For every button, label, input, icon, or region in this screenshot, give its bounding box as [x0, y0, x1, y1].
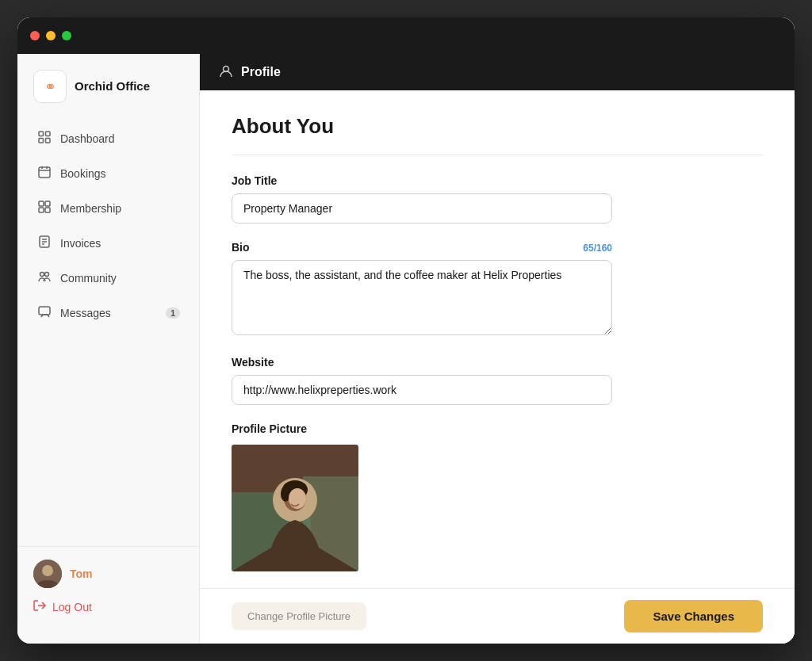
bio-label: Bio	[232, 241, 763, 254]
profile-picture-label: Profile Picture	[232, 422, 763, 435]
top-bar: Profile	[200, 54, 795, 90]
dot-yellow[interactable]	[46, 31, 56, 40]
logo-area: ⚭ Orchid Office	[17, 70, 199, 122]
dashboard-label: Dashboard	[60, 132, 115, 145]
save-changes-button[interactable]: Save Changes	[624, 600, 763, 632]
sidebar: ⚭ Orchid Office Dashboard	[17, 54, 200, 644]
bookings-label: Bookings	[60, 167, 106, 180]
svg-rect-9	[45, 201, 50, 206]
svg-rect-11	[45, 208, 50, 212]
sidebar-item-messages[interactable]: Messages 1	[25, 296, 191, 330]
svg-point-16	[40, 273, 44, 277]
bio-wrapper: 65/160 The boss, the assistant, and the …	[232, 260, 612, 338]
job-title-label: Job Title	[232, 174, 763, 187]
profile-pic-inner	[232, 445, 358, 571]
svg-rect-3	[46, 139, 51, 143]
invoices-icon	[36, 235, 52, 251]
bio-textarea[interactable]: The boss, the assistant, and the coffee …	[232, 260, 612, 335]
dot-green[interactable]	[62, 31, 71, 40]
invoices-label: Invoices	[60, 237, 101, 250]
svg-point-17	[45, 273, 49, 277]
membership-label: Membership	[60, 202, 121, 215]
section-divider	[232, 155, 763, 155]
website-group: Website	[232, 356, 763, 405]
website-label: Website	[232, 356, 763, 369]
svg-rect-8	[39, 201, 44, 206]
profile-picture-group: Profile Picture	[232, 422, 763, 571]
change-photo-button[interactable]: Change Profile Picture	[232, 602, 366, 630]
app-window: ⚭ Orchid Office Dashboard	[17, 17, 795, 644]
bio-group: Bio 65/160 The boss, the assistant, and …	[232, 241, 763, 338]
svg-rect-18	[39, 307, 50, 315]
title-bar	[17, 17, 795, 54]
membership-icon	[36, 201, 52, 216]
sidebar-item-community[interactable]: Community	[25, 262, 191, 295]
website-input[interactable]	[232, 375, 612, 405]
sidebar-item-invoices[interactable]: Invoices	[25, 227, 191, 260]
dot-red[interactable]	[30, 31, 40, 40]
bookings-icon	[36, 166, 52, 181]
svg-rect-10	[39, 208, 44, 212]
sidebar-item-bookings[interactable]: Bookings	[25, 157, 191, 190]
job-title-group: Job Title	[232, 174, 763, 224]
messages-badge: 1	[166, 308, 180, 319]
dashboard-icon	[36, 131, 52, 147]
app-logo-icon: ⚭	[33, 70, 67, 103]
profile-icon	[219, 63, 233, 81]
svg-rect-2	[39, 139, 44, 143]
messages-icon	[36, 305, 52, 321]
bio-counter: 65/160	[583, 243, 612, 254]
sidebar-bottom: Tom Log Out	[17, 546, 199, 628]
bottom-bar: Change Profile Picture Save Changes	[200, 588, 795, 644]
app-body: ⚭ Orchid Office Dashboard	[17, 54, 795, 644]
svg-rect-0	[39, 132, 44, 136]
top-bar-title: Profile	[241, 65, 281, 79]
community-label: Community	[60, 272, 117, 285]
logout-icon	[33, 599, 46, 615]
job-title-input[interactable]	[232, 193, 612, 224]
svg-point-20	[42, 565, 53, 576]
user-name: Tom	[70, 567, 93, 580]
community-icon	[36, 270, 52, 286]
messages-label: Messages	[60, 307, 111, 319]
sidebar-item-membership[interactable]: Membership	[25, 192, 191, 225]
avatar-placeholder	[33, 560, 62, 588]
section-title: About You	[232, 114, 763, 139]
main-content: Profile About You Job Title Bio 65/160 T…	[200, 54, 795, 644]
sidebar-item-dashboard[interactable]: Dashboard	[25, 122, 191, 155]
profile-picture-image	[232, 445, 358, 571]
svg-rect-1	[46, 132, 51, 136]
user-row[interactable]: Tom	[33, 560, 183, 588]
logout-label: Log Out	[52, 601, 92, 613]
nav-list: Dashboard Bookings	[17, 122, 199, 540]
svg-rect-4	[39, 167, 50, 178]
content-area: About You Job Title Bio 65/160 The boss,…	[200, 90, 795, 588]
logout-row[interactable]: Log Out	[33, 599, 183, 615]
avatar	[33, 560, 62, 588]
app-name: Orchid Office	[75, 79, 150, 94]
